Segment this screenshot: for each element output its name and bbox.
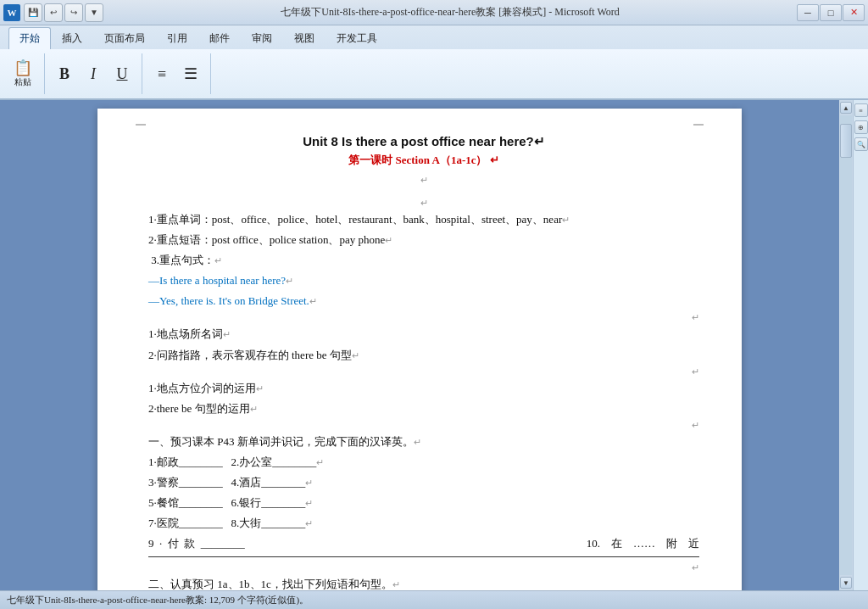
italic-icon: I <box>91 66 96 81</box>
maximize-button[interactable]: □ <box>820 4 842 21</box>
document-area: Unit 8 Is there a post office near here?… <box>0 100 868 590</box>
tab-page-layout[interactable]: 页面布局 <box>93 27 156 49</box>
ribbon-content: 📋 粘贴 B I U ≡ ☰ <box>0 49 868 98</box>
exercise-header: 一、预习课本 P43 新单词并识记，完成下面的汉译英。↵ <box>148 433 699 451</box>
exercise-2: 3·警察________ 4.酒店________↵ <box>148 473 699 492</box>
underline-button[interactable]: U <box>109 64 135 84</box>
tab-developer[interactable]: 开发工具 <box>326 27 388 49</box>
save-button[interactable]: 💾 <box>24 3 42 22</box>
bold-button[interactable]: B <box>52 64 77 84</box>
ribbon: 开始 插入 页面布局 引用 邮件 审阅 视图 开发工具 📋 粘贴 B I U <box>0 25 868 100</box>
para-mark-1: ↵ <box>148 175 699 186</box>
window-title: 七年级下Unit-8Is-there-a-post-office-near-he… <box>103 5 797 20</box>
align-left-button[interactable]: ≡ <box>149 64 175 84</box>
exercise2-header: 二、认真预习 1a、1b、1c，找出下列短语和句型。↵ <box>148 575 699 590</box>
paste-button[interactable]: 📋 粘贴 <box>8 59 37 90</box>
scroll-up-button[interactable]: ▲ <box>840 102 852 114</box>
status-bar: 七年级下Unit-8Is-there-a-post-office-near-he… <box>0 590 868 609</box>
margin-marker-tr <box>693 124 704 126</box>
tab-mailings[interactable]: 邮件 <box>198 27 241 49</box>
document-subtitle: 第一课时 Section A（1a-1c） ↵ <box>148 153 699 168</box>
align-center-button[interactable]: ☰ <box>178 64 203 84</box>
window-controls: ─ □ ✕ <box>797 4 865 21</box>
divider-1 <box>148 556 699 557</box>
scrollbar-vertical[interactable]: ▲ ▼ <box>839 100 853 590</box>
align-left-icon: ≡ <box>158 66 166 81</box>
side-tool-1[interactable]: ≡ <box>854 103 868 117</box>
para-mark-2: ↵ <box>148 198 699 209</box>
learning-obj-2: 2·问路指路，表示客观存在的 there be 句型↵ <box>148 346 699 365</box>
close-button[interactable]: ✕ <box>843 4 865 21</box>
scroll-track <box>840 115 852 575</box>
status-text: 七年级下Unit-8Is-there-a-post-office-near-he… <box>7 594 309 606</box>
tab-references[interactable]: 引用 <box>156 27 198 49</box>
side-toolbar: ≡ ⊕ 🔍 <box>853 100 868 590</box>
paste-icon: 📋 <box>14 60 32 75</box>
sentence-header: 3.重点句式：↵ <box>148 251 699 270</box>
redo-button[interactable]: ↪ <box>64 3 83 22</box>
para-mark-4: ↵ <box>148 366 699 377</box>
spacer-1 <box>148 191 699 198</box>
document-page: Unit 8 Is there a post office near here?… <box>97 109 742 590</box>
example-sentence-1: —Is there a hospital near here?↵ <box>148 271 699 290</box>
scroll-thumb[interactable] <box>840 124 852 158</box>
side-tool-2[interactable]: ⊕ <box>854 120 868 134</box>
bold-icon: B <box>59 66 70 81</box>
undo-button[interactable]: ↩ <box>44 3 63 22</box>
exercise-3: 5·餐馆________ 6.银行________↵ <box>148 494 699 512</box>
tab-view[interactable]: 视图 <box>283 27 326 49</box>
para-mark-6: ↵ <box>148 562 699 573</box>
title-bar-left: W 💾 ↩ ↪ ▼ <box>3 3 103 22</box>
margin-marker-tl <box>136 124 146 126</box>
customize-button[interactable]: ▼ <box>85 3 103 22</box>
page-wrapper: Unit 8 Is there a post office near here?… <box>0 100 839 590</box>
paragraph-group: ≡ ☰ <box>149 53 211 94</box>
para-mark-5: ↵ <box>148 420 699 431</box>
ribbon-tab-bar: 开始 插入 页面布局 引用 邮件 审阅 视图 开发工具 <box>0 25 868 49</box>
vocab-line: 1·重点单词：post、office、police、hotel、restaura… <box>148 210 699 229</box>
scroll-down-button[interactable]: ▼ <box>840 577 852 589</box>
document-title: Unit 8 Is there a post office near here?… <box>148 134 699 149</box>
difficulty-2: 2·there be 句型的运用↵ <box>148 399 699 418</box>
exercise-1: 1·邮政________ 2.办公室________↵ <box>148 453 699 472</box>
tab-review[interactable]: 审阅 <box>241 27 283 49</box>
font-group: B I U <box>52 53 142 94</box>
phrase-line: 2·重点短语：post office、police station、pay ph… <box>148 231 699 249</box>
exercise-4: 7·医院________ 8.大街________↵ <box>148 514 699 533</box>
side-tool-3[interactable]: 🔍 <box>854 137 868 151</box>
underline-icon: U <box>117 66 128 81</box>
para-mark-3: ↵ <box>148 312 699 323</box>
learning-obj-1: 1·地点场所名词↵ <box>148 325 699 344</box>
difficulty-1: 1·地点方位介词的运用↵ <box>148 379 699 398</box>
tab-home[interactable]: 开始 <box>8 27 51 49</box>
tab-insert[interactable]: 插入 <box>51 27 93 49</box>
italic-button[interactable]: I <box>81 64 106 84</box>
align-center-icon: ☰ <box>184 66 198 81</box>
title-bar: W 💾 ↩ ↪ ▼ 七年级下Unit-8Is-there-a-post-offi… <box>0 0 868 25</box>
word-icon: W <box>3 4 20 21</box>
minimize-button[interactable]: ─ <box>797 4 819 21</box>
exercise-5: 9 · 付 款 ________ 10. 在 …… 附 近 <box>148 534 699 553</box>
example-sentence-2: —Yes, there is. It's on Bridge Street.↵ <box>148 292 699 310</box>
clipboard-group: 📋 粘贴 <box>8 53 45 94</box>
quick-access-toolbar: 💾 ↩ ↪ ▼ <box>24 3 103 22</box>
